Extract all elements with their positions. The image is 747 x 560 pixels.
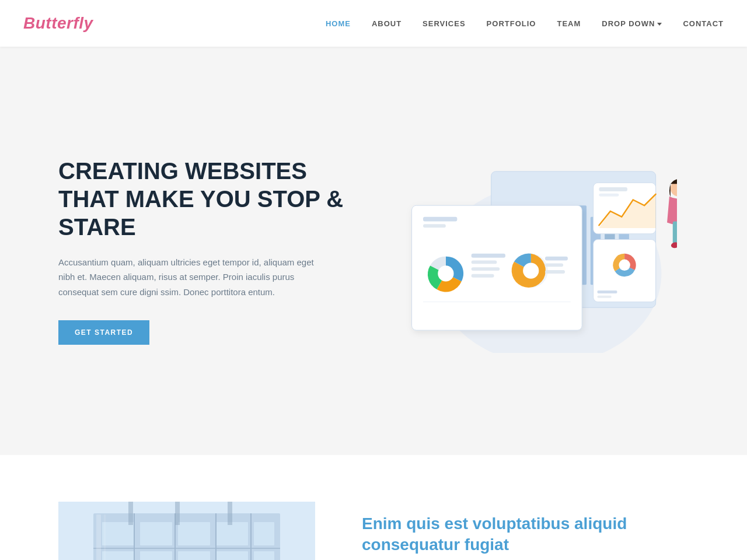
svg-rect-21 — [472, 274, 494, 278]
nav-link-portfolio[interactable]: PORTFOLIO — [487, 19, 536, 28]
building-illustration-svg — [58, 502, 315, 560]
nav-link-dropdown-label: DROP DOWN — [602, 19, 655, 28]
section2-content: Enim quis est voluptatibus aliquid conse… — [362, 502, 689, 560]
nav-link-about[interactable]: ABOUT — [372, 19, 402, 28]
hero-section: CREATING WEBSITES THAT MAKE YOU STOP & S… — [0, 47, 747, 455]
svg-rect-24 — [545, 257, 568, 261]
svg-rect-26 — [545, 270, 565, 274]
svg-rect-31 — [597, 290, 617, 293]
svg-point-40 — [671, 242, 677, 249]
nav-item-services[interactable]: SERVICES — [423, 18, 466, 29]
svg-rect-19 — [472, 261, 497, 264]
svg-rect-15 — [423, 224, 446, 228]
svg-point-23 — [523, 262, 539, 278]
nav-link-team[interactable]: TEAM — [557, 19, 581, 28]
svg-rect-93 — [96, 514, 101, 560]
nav-menu: HOME ABOUT SERVICES PORTFOLIO TEAM DROP … — [326, 18, 724, 29]
nav-item-team[interactable]: TEAM — [557, 18, 581, 29]
hero-illustration — [362, 140, 689, 362]
get-started-button[interactable]: GET STARTED — [58, 320, 149, 345]
nav-link-contact[interactable]: CONTACT — [683, 19, 724, 28]
svg-rect-97 — [228, 502, 232, 525]
section2-image — [58, 502, 315, 560]
nav-link-dropdown[interactable]: DROP DOWN — [602, 19, 662, 28]
hero-title: CREATING WEBSITES THAT MAKE YOU STOP & S… — [58, 157, 362, 241]
svg-rect-35 — [599, 187, 627, 191]
svg-rect-75 — [216, 551, 248, 560]
logo-text-part1: Butter — [23, 14, 73, 32]
svg-rect-70 — [216, 522, 248, 545]
svg-point-30 — [619, 260, 630, 271]
svg-rect-94 — [104, 514, 106, 560]
brand-logo[interactable]: Butterfly — [23, 14, 93, 33]
svg-rect-76 — [254, 551, 274, 560]
svg-rect-73 — [140, 551, 172, 560]
dashboard-illustration-svg — [374, 149, 677, 353]
nav-item-contact[interactable]: CONTACT — [683, 18, 724, 29]
svg-point-17 — [438, 265, 453, 281]
nav-link-home[interactable]: HOME — [326, 19, 351, 28]
svg-rect-67 — [102, 522, 134, 545]
chevron-down-icon — [657, 23, 662, 26]
svg-rect-71 — [254, 522, 274, 545]
nav-item-about[interactable]: ABOUT — [372, 18, 402, 29]
section2: Enim quis est voluptatibus aliquid conse… — [0, 455, 747, 560]
svg-rect-32 — [597, 296, 611, 298]
section2-title: Enim quis est voluptatibus aliquid conse… — [362, 513, 689, 556]
svg-rect-69 — [178, 522, 210, 545]
svg-rect-74 — [178, 551, 210, 560]
svg-rect-72 — [102, 551, 134, 560]
logo-text-part2: fly — [73, 14, 93, 32]
nav-item-dropdown[interactable]: DROP DOWN — [602, 19, 662, 28]
svg-rect-38 — [673, 221, 677, 244]
svg-rect-95 — [128, 502, 133, 525]
svg-rect-36 — [599, 194, 619, 197]
svg-rect-20 — [472, 267, 500, 271]
svg-rect-14 — [423, 217, 457, 222]
svg-rect-96 — [175, 502, 180, 525]
hero-description: Accusantium quam, aliquam ultricies eget… — [58, 255, 327, 300]
nav-link-services[interactable]: SERVICES — [423, 19, 466, 28]
svg-rect-25 — [545, 263, 563, 267]
hero-content: CREATING WEBSITES THAT MAKE YOU STOP & S… — [58, 157, 362, 345]
nav-item-home[interactable]: HOME — [326, 18, 351, 29]
nav-item-portfolio[interactable]: PORTFOLIO — [487, 18, 536, 29]
svg-rect-18 — [472, 254, 505, 258]
navbar: Butterfly HOME ABOUT SERVICES PORTFOLIO … — [0, 0, 747, 47]
svg-rect-68 — [140, 522, 172, 545]
